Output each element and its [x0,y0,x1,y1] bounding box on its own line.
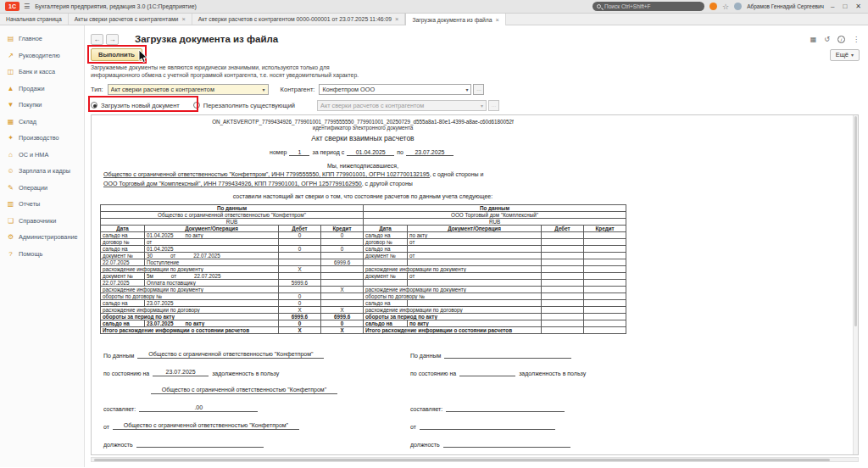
tab-1[interactable]: Начальная страница [0,14,69,25]
tab-strip: Начальная страницаАкты сверки расчетов с… [0,14,868,25]
info-icon[interactable]: i [837,36,845,43]
statement-line: составили настоящий акт сверки о том, чт… [92,193,634,199]
maximize-icon[interactable]: □ [843,3,847,10]
back-button[interactable]: ← [91,34,103,45]
sidebar-item-label: Производство [19,134,59,142]
kebab-menu-icon[interactable]: ⋮ [853,36,860,43]
reports-icon: ▥ [7,200,14,208]
tab-4[interactable]: Загрузка документа из файла× [405,14,506,25]
sidebar-item-reports[interactable]: ▥Отчеты [0,196,84,213]
sidebar-item-bank[interactable]: ◫Банк и касса [0,64,84,81]
doc-table-row: документ №30 от 22.07.2025документ №от [101,253,626,259]
signature-line: по состоянию назадолженность в пользу [410,369,629,376]
chevron-down-icon[interactable]: ▾ [465,86,468,92]
vertical-scroll-thumb[interactable] [854,116,857,326]
tab-close-icon[interactable]: × [395,15,398,23]
document-number-line: номер1за период с01.04.2025по23.07.2025 [92,149,634,156]
operations-icon: ✎ [7,184,14,192]
discussions-icon[interactable]: ▦ [810,36,817,43]
sidebar-item-purchases[interactable]: ▼Покупки [0,97,84,114]
doc-table-row: расхождение информации по договоруXXрасх… [101,307,626,314]
sidebar-item-help[interactable]: ?Помощь [0,246,84,263]
doc-table-row: RUBRUB [101,219,626,226]
doc-table-row: сальдо на01.04.2025 по акту00сальдо напо… [101,232,626,239]
mouse-cursor-icon [138,49,148,64]
execute-button[interactable]: Выполнить [91,48,142,61]
chevron-down-icon[interactable]: ▾ [263,86,265,92]
document-title: Акт сверки взаимных расчетов [92,134,634,142]
act-table-body: По даннымПо даннымОбщество с ограниченно… [101,205,626,334]
counterparty-choose-button[interactable]: … [473,84,484,95]
hr-icon: ☺ [7,167,14,175]
tab-close-icon[interactable]: × [496,16,499,24]
forward-button[interactable]: → [106,34,119,45]
close-window-icon[interactable]: ✕ [855,3,861,10]
load-new-document-radio[interactable]: Загрузить новый документ [91,102,180,109]
1c-logo-icon: 1С [5,2,19,11]
vertical-scrollbar[interactable] [853,115,858,454]
signature-line: должность [103,440,388,448]
minimize-icon[interactable]: – [831,3,834,10]
doc-table-row: расхождение информации по документуXрасх… [101,287,626,293]
sidebar-item-operations[interactable]: ✎Операции [0,180,84,197]
manager-icon: ↗ [7,52,14,59]
chevron-down-icon: ▾ [481,103,483,109]
tab-2[interactable]: Акты сверки расчетов с контрагентами× [69,14,192,25]
signature-line: по состоянию на23.07.2025задолженность в… [103,369,388,376]
doc-table-row: документ №5м от 22.07.2025документ №от [101,273,626,280]
fixed-assets-icon: ⌂ [7,151,14,159]
page-title: Загрузка документа из файла [135,34,278,44]
support-center-icon[interactable] [709,3,717,10]
sales-icon: ▲ [7,85,14,92]
doc-table-row: расхождение информации по документуXрасх… [101,266,626,273]
doc-table-row: сальдо на01.04.202500сальдо на [101,246,626,253]
refill-radio-label: Перезаполнить существующий [203,102,295,109]
sidebar-item-catalogs[interactable]: ❏Справочники [0,213,84,230]
doc-table-row: договор №отдоговор №от [101,239,626,246]
user-name[interactable]: Абрамов Геннадий Сергеевич [747,3,824,9]
tab-3[interactable]: Акт сверки расчетов с контрагентом 0000-… [192,14,406,25]
app-title: Бухгалтерия предприятия, редакция 3.0 (1… [35,3,197,9]
production-icon: ✦ [7,134,14,142]
sidebar-item-manager[interactable]: ↗Руководителю [0,47,84,64]
sidebar-item-production[interactable]: ✦Производство [0,130,84,147]
edo-id-caption: идентификатор электронного документа [92,125,634,131]
sidebar-item-main[interactable]: ▤Главное [0,31,84,47]
refill-existing-radio[interactable]: Перезаполнить существующий [193,102,295,109]
administration-icon: ⚙ [7,233,14,241]
sidebar-item-hr[interactable]: ☺Зарплата и кадры [0,163,84,180]
signature-line: составляет: [410,404,629,412]
tab-label: Акт сверки расчетов с контрагентом 0000-… [198,16,392,22]
radio-selected-icon [91,102,97,109]
doc-table-row: обороты за период по акту6999.66999.6обо… [101,314,626,320]
more-button[interactable]: Ещё ▾ [830,49,860,61]
sidebar-item-label: Главное [19,35,42,42]
favorites-star-icon[interactable]: ☆ [722,3,729,11]
existing-document-choose-button: … [488,100,499,111]
sidebar-item-assets[interactable]: ⌂ОС и НМА [0,147,84,164]
sidebar-item-sales[interactable]: ▲Продажи [0,81,84,98]
hamburger-menu-icon[interactable]: ☰ [24,3,30,10]
sidebar-item-warehouse[interactable]: ▦Склад [0,114,84,131]
sidebar-item-label: Руководителю [19,52,60,59]
history-icon[interactable]: ↺ [824,36,830,43]
doc-table-row: обороты по договору №0обороты по договор… [101,293,626,300]
sig-right: По даннымпо состоянию назадолженность в … [410,341,629,455]
reconciliation-table: По даннымПо даннымОбщество с ограниченно… [100,204,626,334]
type-select[interactable]: Акт сверки расчетов с контрагентом ▾ [108,84,269,95]
search-placeholder: Поиск Ctrl+Shift+F [604,3,651,9]
parties-intro: Мы, нижеподписавшиеся, [92,163,634,169]
tab-label: Акты сверки расчетов с контрагентами [75,16,179,22]
sidebar-item-label: Помощь [19,250,42,258]
sidebar-item-admin[interactable]: ⚙Администрирование [0,229,84,246]
tab-close-icon[interactable]: × [181,15,185,23]
counterparty-input[interactable]: Конфетпром ООО ▾ [319,84,471,95]
sidebar-item-label: Покупки [19,101,42,109]
horizontal-scroll-thumb[interactable] [94,459,830,461]
global-search-input[interactable]: Поиск Ctrl+Shift+F [593,2,704,11]
sidebar-item-label: ОС и НМА [19,151,48,159]
doc-table-row: Общество с ограниченной ответственностью… [101,212,626,219]
sidebar-item-label: Банк и касса [19,68,55,75]
purchases-icon: ▼ [7,101,14,109]
horizontal-scrollbar[interactable] [91,457,859,462]
